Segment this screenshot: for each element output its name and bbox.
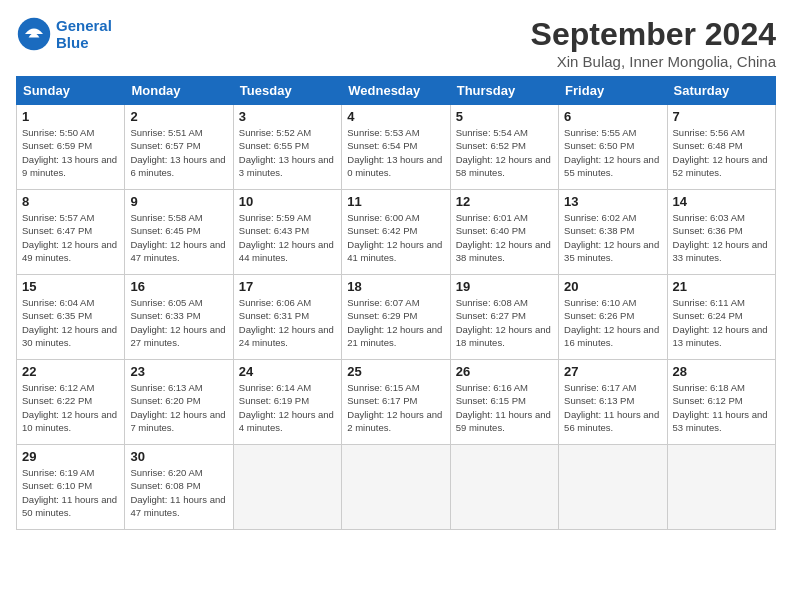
logo-icon [16, 16, 52, 52]
calendar-cell [450, 445, 558, 530]
calendar-cell: 26Sunrise: 6:16 AM Sunset: 6:15 PM Dayli… [450, 360, 558, 445]
day-info: Sunrise: 6:15 AM Sunset: 6:17 PM Dayligh… [347, 381, 444, 434]
day-number: 20 [564, 279, 661, 294]
calendar-cell: 17Sunrise: 6:06 AM Sunset: 6:31 PM Dayli… [233, 275, 341, 360]
calendar-cell: 4Sunrise: 5:53 AM Sunset: 6:54 PM Daylig… [342, 105, 450, 190]
day-number: 11 [347, 194, 444, 209]
calendar-week-row: 29Sunrise: 6:19 AM Sunset: 6:10 PM Dayli… [17, 445, 776, 530]
day-number: 10 [239, 194, 336, 209]
calendar-cell: 10Sunrise: 5:59 AM Sunset: 6:43 PM Dayli… [233, 190, 341, 275]
day-number: 5 [456, 109, 553, 124]
calendar-cell: 15Sunrise: 6:04 AM Sunset: 6:35 PM Dayli… [17, 275, 125, 360]
calendar-cell: 3Sunrise: 5:52 AM Sunset: 6:55 PM Daylig… [233, 105, 341, 190]
day-number: 25 [347, 364, 444, 379]
day-info: Sunrise: 5:50 AM Sunset: 6:59 PM Dayligh… [22, 126, 119, 179]
calendar-day-header: Tuesday [233, 77, 341, 105]
day-info: Sunrise: 5:54 AM Sunset: 6:52 PM Dayligh… [456, 126, 553, 179]
day-number: 7 [673, 109, 770, 124]
calendar-cell: 8Sunrise: 5:57 AM Sunset: 6:47 PM Daylig… [17, 190, 125, 275]
calendar-header-row: SundayMondayTuesdayWednesdayThursdayFrid… [17, 77, 776, 105]
day-info: Sunrise: 6:08 AM Sunset: 6:27 PM Dayligh… [456, 296, 553, 349]
calendar-cell: 12Sunrise: 6:01 AM Sunset: 6:40 PM Dayli… [450, 190, 558, 275]
day-info: Sunrise: 5:57 AM Sunset: 6:47 PM Dayligh… [22, 211, 119, 264]
calendar-cell: 5Sunrise: 5:54 AM Sunset: 6:52 PM Daylig… [450, 105, 558, 190]
day-number: 21 [673, 279, 770, 294]
calendar-cell: 21Sunrise: 6:11 AM Sunset: 6:24 PM Dayli… [667, 275, 775, 360]
day-number: 27 [564, 364, 661, 379]
calendar-cell: 7Sunrise: 5:56 AM Sunset: 6:48 PM Daylig… [667, 105, 775, 190]
day-info: Sunrise: 5:56 AM Sunset: 6:48 PM Dayligh… [673, 126, 770, 179]
calendar-cell [233, 445, 341, 530]
day-info: Sunrise: 6:06 AM Sunset: 6:31 PM Dayligh… [239, 296, 336, 349]
day-number: 13 [564, 194, 661, 209]
day-info: Sunrise: 6:20 AM Sunset: 6:08 PM Dayligh… [130, 466, 227, 519]
day-info: Sunrise: 6:00 AM Sunset: 6:42 PM Dayligh… [347, 211, 444, 264]
logo-line1: General [56, 17, 112, 34]
day-info: Sunrise: 5:52 AM Sunset: 6:55 PM Dayligh… [239, 126, 336, 179]
day-number: 18 [347, 279, 444, 294]
calendar-cell: 13Sunrise: 6:02 AM Sunset: 6:38 PM Dayli… [559, 190, 667, 275]
day-number: 30 [130, 449, 227, 464]
calendar-cell: 28Sunrise: 6:18 AM Sunset: 6:12 PM Dayli… [667, 360, 775, 445]
day-number: 9 [130, 194, 227, 209]
day-number: 22 [22, 364, 119, 379]
day-info: Sunrise: 5:58 AM Sunset: 6:45 PM Dayligh… [130, 211, 227, 264]
calendar-week-row: 8Sunrise: 5:57 AM Sunset: 6:47 PM Daylig… [17, 190, 776, 275]
day-info: Sunrise: 6:04 AM Sunset: 6:35 PM Dayligh… [22, 296, 119, 349]
logo-area: General Blue [16, 16, 112, 52]
calendar-title: September 2024 [531, 16, 776, 53]
day-number: 26 [456, 364, 553, 379]
calendar-cell: 20Sunrise: 6:10 AM Sunset: 6:26 PM Dayli… [559, 275, 667, 360]
day-info: Sunrise: 6:01 AM Sunset: 6:40 PM Dayligh… [456, 211, 553, 264]
calendar-cell: 16Sunrise: 6:05 AM Sunset: 6:33 PM Dayli… [125, 275, 233, 360]
calendar-cell: 14Sunrise: 6:03 AM Sunset: 6:36 PM Dayli… [667, 190, 775, 275]
day-info: Sunrise: 6:12 AM Sunset: 6:22 PM Dayligh… [22, 381, 119, 434]
day-number: 1 [22, 109, 119, 124]
day-number: 12 [456, 194, 553, 209]
day-number: 29 [22, 449, 119, 464]
day-number: 16 [130, 279, 227, 294]
calendar-day-header: Monday [125, 77, 233, 105]
day-number: 3 [239, 109, 336, 124]
logo-line2: Blue [56, 34, 112, 51]
day-info: Sunrise: 6:14 AM Sunset: 6:19 PM Dayligh… [239, 381, 336, 434]
day-number: 2 [130, 109, 227, 124]
calendar-day-header: Wednesday [342, 77, 450, 105]
day-number: 24 [239, 364, 336, 379]
calendar-body: 1Sunrise: 5:50 AM Sunset: 6:59 PM Daylig… [17, 105, 776, 530]
day-info: Sunrise: 6:10 AM Sunset: 6:26 PM Dayligh… [564, 296, 661, 349]
day-info: Sunrise: 6:11 AM Sunset: 6:24 PM Dayligh… [673, 296, 770, 349]
day-number: 6 [564, 109, 661, 124]
calendar-cell: 22Sunrise: 6:12 AM Sunset: 6:22 PM Dayli… [17, 360, 125, 445]
day-info: Sunrise: 5:53 AM Sunset: 6:54 PM Dayligh… [347, 126, 444, 179]
calendar-cell [559, 445, 667, 530]
day-info: Sunrise: 6:18 AM Sunset: 6:12 PM Dayligh… [673, 381, 770, 434]
calendar-cell: 18Sunrise: 6:07 AM Sunset: 6:29 PM Dayli… [342, 275, 450, 360]
calendar-cell: 11Sunrise: 6:00 AM Sunset: 6:42 PM Dayli… [342, 190, 450, 275]
day-info: Sunrise: 6:05 AM Sunset: 6:33 PM Dayligh… [130, 296, 227, 349]
calendar-cell: 29Sunrise: 6:19 AM Sunset: 6:10 PM Dayli… [17, 445, 125, 530]
day-info: Sunrise: 6:07 AM Sunset: 6:29 PM Dayligh… [347, 296, 444, 349]
day-number: 19 [456, 279, 553, 294]
calendar-cell: 6Sunrise: 5:55 AM Sunset: 6:50 PM Daylig… [559, 105, 667, 190]
calendar-week-row: 22Sunrise: 6:12 AM Sunset: 6:22 PM Dayli… [17, 360, 776, 445]
calendar-table: SundayMondayTuesdayWednesdayThursdayFrid… [16, 76, 776, 530]
calendar-cell: 27Sunrise: 6:17 AM Sunset: 6:13 PM Dayli… [559, 360, 667, 445]
day-number: 4 [347, 109, 444, 124]
calendar-cell: 23Sunrise: 6:13 AM Sunset: 6:20 PM Dayli… [125, 360, 233, 445]
calendar-day-header: Friday [559, 77, 667, 105]
calendar-cell [667, 445, 775, 530]
calendar-week-row: 1Sunrise: 5:50 AM Sunset: 6:59 PM Daylig… [17, 105, 776, 190]
calendar-cell: 2Sunrise: 5:51 AM Sunset: 6:57 PM Daylig… [125, 105, 233, 190]
day-info: Sunrise: 6:17 AM Sunset: 6:13 PM Dayligh… [564, 381, 661, 434]
day-info: Sunrise: 6:13 AM Sunset: 6:20 PM Dayligh… [130, 381, 227, 434]
calendar-cell: 30Sunrise: 6:20 AM Sunset: 6:08 PM Dayli… [125, 445, 233, 530]
day-number: 8 [22, 194, 119, 209]
calendar-day-header: Saturday [667, 77, 775, 105]
day-number: 15 [22, 279, 119, 294]
calendar-cell [342, 445, 450, 530]
day-number: 28 [673, 364, 770, 379]
calendar-cell: 25Sunrise: 6:15 AM Sunset: 6:17 PM Dayli… [342, 360, 450, 445]
day-number: 17 [239, 279, 336, 294]
title-area: September 2024 Xin Bulag, Inner Mongolia… [531, 16, 776, 70]
